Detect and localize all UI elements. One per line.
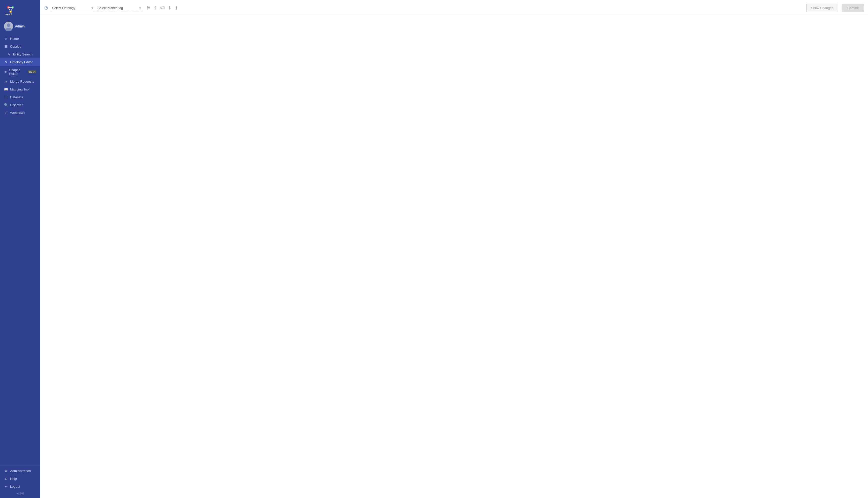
mapping-tool-label: Mapping Tool [10, 88, 29, 91]
sidebar-item-mapping-tool[interactable]: 📖 Mapping Tool [0, 86, 40, 93]
version-label: v4.0.0 [0, 490, 40, 497]
sidebar-item-home[interactable]: ⌂ Home [0, 35, 40, 43]
datasets-icon: ☰ [4, 95, 8, 99]
history-icon[interactable]: ⟳ [44, 5, 49, 11]
sidebar-item-help[interactable]: ⊙ Help [0, 475, 40, 483]
download-icon[interactable]: ⬇ [168, 5, 172, 11]
ontology-select[interactable]: Select Ontology [51, 5, 94, 11]
sidebar-item-catalog[interactable]: ☷ Catalog [0, 43, 40, 50]
shapes-editor-icon: ≡ [4, 70, 7, 74]
beta-badge: BETA [28, 70, 36, 73]
nav-items: ⌂ Home ☷ Catalog ↳ Entity Search ✎ Ontol… [0, 33, 40, 465]
shapes-editor-label: Shapes Editor [9, 68, 25, 76]
topbar: ⟳ Select Ontology ▾ Select branch/tag ▾ … [40, 0, 868, 16]
ontology-editor-label: Ontology Editor [10, 60, 33, 64]
administration-icon: ⚙ [4, 469, 8, 473]
sidebar-item-entity-search[interactable]: ↳ Entity Search [0, 50, 40, 58]
merge-requests-label: Merge Requests [10, 80, 34, 83]
catalog-icon: ☷ [4, 44, 8, 48]
user-area: admin [0, 19, 40, 33]
content-area [40, 16, 868, 498]
show-changes-button[interactable]: Show Changes [806, 4, 838, 12]
mobi-logo: mobi [4, 3, 17, 16]
bottom-nav: ⚙ Administration ⊙ Help ↩ Logout v4.0.0 [0, 465, 40, 498]
sidebar-item-administration[interactable]: ⚙ Administration [0, 467, 40, 475]
sidebar-item-ontology-editor[interactable]: ✎ Ontology Editor [0, 58, 40, 66]
help-icon: ⊙ [4, 477, 8, 481]
discover-label: Discover [10, 103, 23, 107]
merge-icon[interactable]: ⇑ [153, 5, 157, 11]
ontology-select-wrapper: Select Ontology ▾ [51, 5, 94, 11]
entity-search-icon: ↳ [7, 52, 11, 56]
workflows-label: Workflows [10, 111, 25, 115]
upload-icon[interactable]: ⬆ [175, 5, 178, 11]
filter-icon[interactable]: ⚑ [146, 5, 150, 11]
workflows-icon: ⊞ [4, 111, 8, 115]
sidebar-item-shapes-editor[interactable]: ≡ Shapes Editor BETA [0, 66, 40, 78]
svg-point-9 [7, 24, 10, 27]
logo-area: mobi [0, 0, 40, 19]
toolbar-icons: ⚑ ⇑ 🏷 ⬇ ⬆ [146, 5, 178, 11]
datasets-label: Datasets [10, 95, 23, 99]
tag-icon[interactable]: 🏷 [160, 5, 165, 11]
avatar [4, 22, 13, 31]
discover-icon: 🔍 [4, 103, 8, 107]
branch-select-wrapper: Select branch/tag ▾ [96, 5, 142, 11]
help-label: Help [10, 477, 17, 481]
logout-label: Logout [10, 485, 20, 488]
sidebar-item-merge-requests[interactable]: ✉ Merge Requests [0, 78, 40, 86]
branch-select[interactable]: Select branch/tag [96, 5, 142, 11]
ontology-editor-icon: ✎ [4, 60, 8, 64]
logout-icon: ↩ [4, 485, 8, 488]
administration-label: Administration [10, 469, 31, 473]
entity-search-label: Entity Search [13, 52, 32, 56]
username-label: admin [15, 24, 25, 28]
sidebar-item-logout[interactable]: ↩ Logout [0, 483, 40, 490]
home-label: Home [10, 37, 19, 41]
sidebar: mobi admin ⌂ Home ☷ Catalog ↳ Entity Sea… [0, 0, 40, 498]
catalog-label: Catalog [10, 44, 22, 48]
commit-button[interactable]: Commit [842, 4, 864, 12]
sidebar-item-workflows[interactable]: ⊞ Workflows [0, 109, 40, 117]
merge-requests-icon: ✉ [4, 80, 8, 83]
svg-text:mobi: mobi [5, 13, 12, 16]
home-icon: ⌂ [4, 37, 8, 41]
mapping-tool-icon: 📖 [4, 88, 8, 91]
sidebar-item-datasets[interactable]: ☰ Datasets [0, 93, 40, 101]
sidebar-item-discover[interactable]: 🔍 Discover [0, 101, 40, 109]
main-content: ⟳ Select Ontology ▾ Select branch/tag ▾ … [40, 0, 868, 498]
